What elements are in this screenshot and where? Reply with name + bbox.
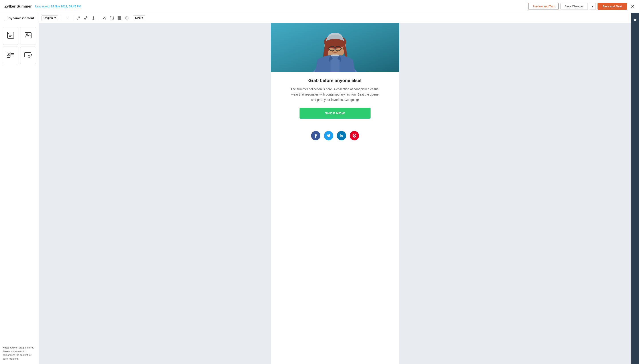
sidebar-header: ← Dynamic Content — [3, 16, 36, 24]
pinterest-icon[interactable] — [350, 131, 359, 140]
preview-and-test-button[interactable]: Preview and Test — [528, 3, 559, 10]
save-changes-caret-button[interactable]: ▾ — [589, 3, 596, 10]
facebook-icon[interactable] — [311, 131, 321, 140]
close-button[interactable]: ✕ — [630, 4, 634, 9]
dynamic-block-icon — [24, 51, 32, 60]
twitter-icon[interactable] — [324, 131, 333, 140]
dropdown-arrow-icon: ▾ — [54, 16, 56, 20]
save-and-next-button[interactable]: Save and Next — [597, 3, 627, 10]
effects-button[interactable] — [124, 15, 130, 20]
back-button[interactable]: ← — [3, 18, 7, 22]
align-center-button[interactable] — [64, 15, 71, 20]
svg-point-8 — [8, 53, 9, 54]
svg-point-22 — [105, 18, 106, 19]
last-saved-text: Last saved: 24 Nov 2019, 09:45 PM — [35, 5, 81, 8]
anchor-button[interactable] — [90, 15, 97, 20]
note-label: Note: — [3, 346, 9, 349]
table-button[interactable] — [116, 15, 123, 20]
linkedin-icon[interactable] — [337, 131, 346, 140]
email-content: Grab before anyone else! The summer coll… — [271, 72, 399, 126]
size-arrow-icon: ▾ — [142, 16, 143, 20]
paint-button[interactable] — [101, 15, 107, 20]
header-left: Zylker Summer Last saved: 24 Nov 2019, 0… — [5, 4, 81, 9]
sidebar-title: Dynamic Content — [9, 16, 34, 20]
text-block-icon: ¶ — [7, 31, 15, 41]
email-body: The summer collection is here. A collect… — [291, 87, 379, 102]
email-headline: Grab before anyone else! — [279, 78, 391, 83]
unlink-button[interactable] — [83, 15, 89, 20]
svg-point-30 — [126, 18, 127, 18]
sidebar-note: Note: You can drag and drop these compon… — [3, 342, 36, 360]
sidebar: ← Dynamic Content ¶ — [0, 13, 39, 364]
shop-now-button[interactable]: SHOP NOW — [299, 108, 371, 118]
component-grid: ¶ — [3, 27, 36, 64]
size-label: Size — [135, 16, 141, 20]
main-layout: ← Dynamic Content ¶ — [0, 13, 639, 364]
app-title: Zylker Summer — [5, 4, 32, 9]
star-button[interactable]: ★ — [631, 16, 638, 24]
social-bar — [271, 126, 399, 145]
svg-rect-5 — [25, 32, 31, 38]
save-changes-button[interactable]: Save Changes — [560, 3, 588, 10]
image-text-block-icon — [7, 51, 15, 60]
svg-text:¶: ¶ — [8, 33, 9, 35]
dynamic-block-component[interactable] — [20, 46, 36, 64]
header-right: Preview and Test Save Changes ▾ Save and… — [528, 3, 634, 10]
right-panel: ★ — [631, 13, 639, 364]
header: Zylker Summer Last saved: 24 Nov 2019, 0… — [0, 0, 639, 13]
image-text-block-component[interactable] — [3, 46, 19, 64]
hero-image-inner — [271, 23, 399, 72]
original-dropdown[interactable]: Original ▾ — [42, 15, 58, 20]
original-label: Original — [44, 16, 54, 20]
svg-rect-24 — [118, 16, 121, 20]
image-block-component[interactable] — [20, 27, 36, 45]
toolbar-divider-3 — [99, 16, 99, 20]
toolbar-divider-2 — [73, 16, 73, 20]
svg-point-19 — [93, 17, 94, 18]
link-button[interactable] — [75, 15, 81, 20]
select-button[interactable] — [109, 15, 115, 20]
toolbar-divider-1 — [62, 16, 62, 20]
email-wrapper: Grab before anyone else! The summer coll… — [271, 23, 399, 364]
toolbar: Original ▾ — [39, 13, 631, 23]
toolbar-area: Original ▾ — [39, 13, 631, 364]
image-block-icon — [24, 31, 32, 41]
svg-rect-23 — [110, 16, 113, 20]
canvas-area[interactable]: Grab before anyone else! The summer coll… — [39, 23, 631, 364]
hero-image — [271, 23, 399, 72]
size-dropdown[interactable]: Size ▾ — [133, 15, 145, 20]
text-block-component[interactable]: ¶ — [3, 27, 19, 45]
